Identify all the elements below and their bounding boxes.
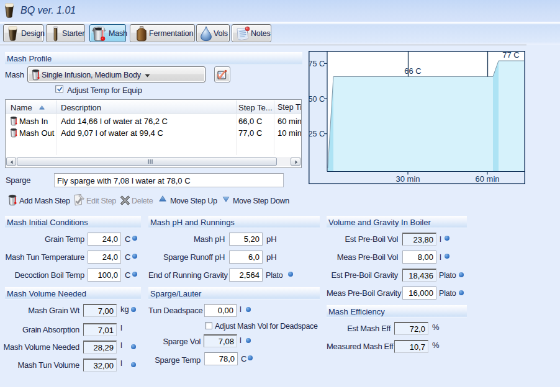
svg-text:77 C: 77 C [502, 51, 519, 60]
svg-text:25 C: 25 C [309, 130, 325, 138]
svg-text:50 C: 50 C [309, 95, 325, 104]
svg-text:66 C: 66 C [404, 66, 421, 76]
svg-text:30 min: 30 min [395, 174, 420, 184]
svg-text:75 C: 75 C [309, 60, 325, 68]
svg-text:60 min: 60 min [475, 174, 499, 184]
